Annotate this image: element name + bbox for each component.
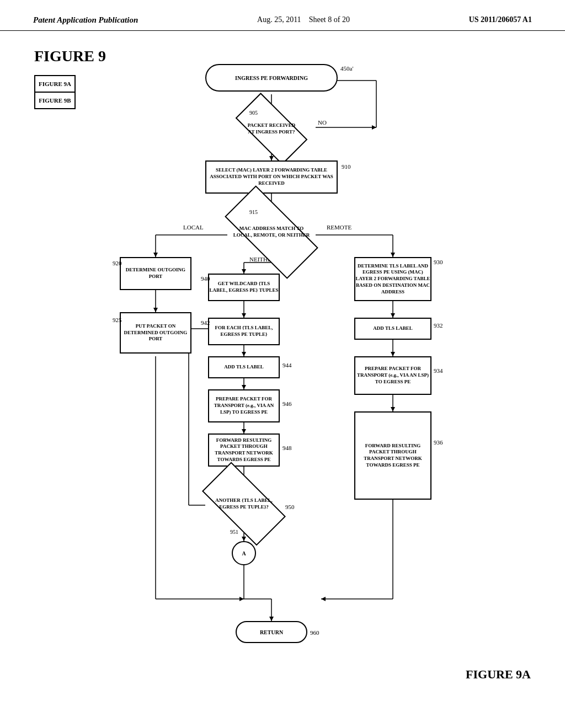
sidebar-item-9a: FIGURE 9A xyxy=(35,76,74,93)
ref-942: 942 xyxy=(201,319,210,326)
ref-948: 948 xyxy=(282,445,292,451)
ref-940: 940 xyxy=(201,275,210,282)
step-946-box: PREPARE PACKET FOR TRANSPORT (e.g., VIA … xyxy=(208,389,280,422)
header: Patent Application Publication Aug. 25, … xyxy=(0,0,565,31)
svg-marker-60 xyxy=(269,617,274,621)
svg-marker-24 xyxy=(242,269,246,274)
diamond-915: MAC ADDRESS MATCH TO LOCAL, REMOTE, OR N… xyxy=(227,210,316,254)
ingress-ref: 450a' xyxy=(340,65,353,72)
page: Patent Application Publication Aug. 25, … xyxy=(0,0,565,728)
svg-marker-57 xyxy=(321,597,326,601)
svg-marker-19 xyxy=(391,253,395,257)
step-948-box: FORWARD RESULTING PACKET THROUGH TRANSPO… xyxy=(208,433,280,467)
ref-950: 950 xyxy=(285,504,295,510)
svg-marker-35 xyxy=(242,429,246,433)
step-942-box: FOR EACH {TLS LABEL, EGRESS PE TUPLE} xyxy=(208,318,280,345)
ref-934: 934 xyxy=(434,367,443,374)
svg-text:LOCAL: LOCAL xyxy=(183,224,204,231)
ref-944: 944 xyxy=(282,362,292,368)
ref-910: 910 xyxy=(342,163,351,170)
ref-946: 946 xyxy=(282,400,292,407)
header-center: Aug. 25, 2011 Sheet 8 of 20 xyxy=(257,15,350,24)
svg-text:951: 951 xyxy=(230,529,238,535)
sidebar-item-9b: FIGURE 9B xyxy=(35,93,74,108)
ref-932: 932 xyxy=(434,322,443,329)
svg-marker-33 xyxy=(242,385,246,389)
step-932-box: ADD TLS LABEL xyxy=(354,318,431,340)
step-925-box: PUT PACKET ON DETERMINED OUTGOING PORT xyxy=(120,312,191,354)
svg-marker-3 xyxy=(269,156,274,160)
svg-marker-29 xyxy=(242,313,246,318)
figure-label: FIGURE 9 xyxy=(34,47,106,65)
step-936-box: FORWARD RESULTING PACKET THROUGH TRANSPO… xyxy=(354,411,431,500)
step-934-box: PREPARE PACKET FOR TRANSPORT (e.g., VIA … xyxy=(354,356,431,395)
step-910-box: SELECT (MAC) LAYER 2 FORWARDING TABLE AS… xyxy=(205,160,338,194)
svg-marker-6 xyxy=(372,125,376,130)
header-left: Patent Application Publication xyxy=(33,15,138,25)
svg-text:REMOTE: REMOTE xyxy=(327,224,352,231)
figure-bottom-label: FIGURE 9A xyxy=(466,667,531,682)
svg-marker-15 xyxy=(153,253,158,257)
circle-a: A xyxy=(232,541,256,565)
step-940-box: GET WILDCARD {TLS LABEL, EGRESS PE} TUPL… xyxy=(208,274,280,301)
diamond-950: ANOTHER {TLS LABEL, EGRESS PE TUPLE}? xyxy=(205,483,282,524)
ref-920: 920 xyxy=(113,260,122,266)
svg-marker-50 xyxy=(391,313,395,318)
diagram-area: FIGURE 9 FIGURE 9A FIGURE 9B YES NO xyxy=(34,47,531,687)
ref-925: 925 xyxy=(113,317,122,323)
step-930-box: DETERMINE TLS LABEL AND EGRESS PE USING … xyxy=(354,257,431,301)
svg-text:NO: NO xyxy=(318,119,327,126)
svg-marker-52 xyxy=(391,352,395,356)
ingress-pe-box: INGRESS PE FORWARDING xyxy=(205,64,338,92)
svg-marker-43 xyxy=(242,537,246,541)
svg-marker-54 xyxy=(391,407,395,411)
step-920-box: DETERMINE OUTGOING PORT xyxy=(120,257,191,290)
step-944-box: ADD TLS LABEL xyxy=(208,356,280,378)
return-box: RETURN xyxy=(236,621,307,643)
diamond-905: PACKET RECEIVED AT INGRESS PORT? xyxy=(238,111,305,147)
svg-marker-27 xyxy=(153,308,158,312)
ref-960: 960 xyxy=(310,629,319,636)
svg-marker-47 xyxy=(239,597,244,601)
header-right: US 2011/206057 A1 xyxy=(469,15,532,24)
svg-marker-31 xyxy=(242,352,246,356)
ref-930: 930 xyxy=(434,259,443,265)
ref-936: 936 xyxy=(434,439,443,446)
figure-sidebar: FIGURE 9A FIGURE 9B xyxy=(34,75,76,109)
